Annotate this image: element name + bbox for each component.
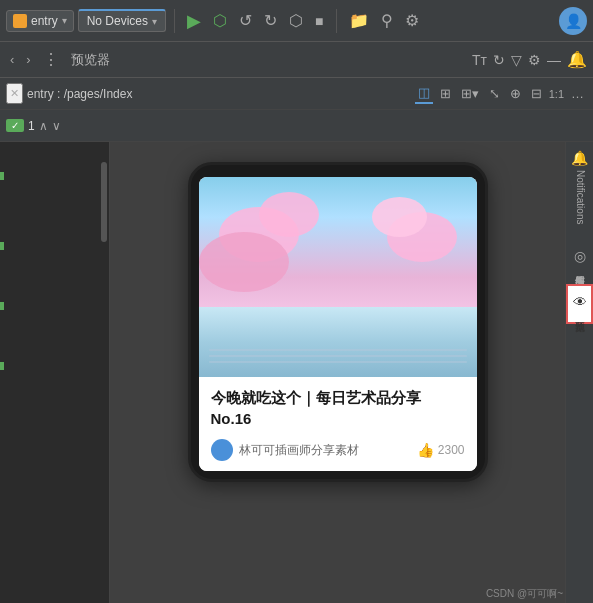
run-button[interactable]: ▶ (183, 6, 205, 36)
debug-button[interactable]: ⬡ (209, 7, 231, 34)
author-avatar (211, 439, 233, 461)
entry-dropdown-arrow: ▾ (62, 15, 67, 26)
resize-icon[interactable]: ⤡ (486, 84, 503, 103)
search-button[interactable]: ⚲ (377, 7, 397, 34)
like-icon: 👍 (417, 442, 434, 458)
green-marker-3 (0, 302, 4, 310)
no-devices-arrow: ▾ (152, 16, 157, 27)
cloud-5 (372, 197, 427, 237)
center-content: 今晚就吃这个｜每日艺术品分享No.16 林可可插画师分享素材 👍 2300 (110, 142, 565, 603)
filter-icon[interactable]: ▽ (511, 52, 522, 68)
second-toolbar: ‹ › ⋮ 预览器 Tт ↻ ▽ ⚙ — 🔔 (0, 42, 593, 78)
preview-panel-item[interactable]: 👁 预览器 (566, 284, 593, 324)
main-area: 今晚就吃这个｜每日艺术品分享No.16 林可可插画师分享素材 👍 2300 (0, 142, 593, 603)
nav-back-button[interactable]: ‹ (6, 50, 18, 69)
second-toolbar-right: Tт ↻ ▽ ⚙ — 🔔 (472, 50, 587, 69)
entry-button[interactable]: entry ▾ (6, 10, 74, 32)
phone-text-area: 今晚就吃这个｜每日艺术品分享No.16 林可可插画师分享素材 👍 2300 (199, 377, 477, 471)
preview-panel-icon: 👁 (573, 294, 587, 310)
no-devices-button[interactable]: No Devices ▾ (78, 9, 166, 32)
zoom-level: 1:1 (549, 88, 564, 100)
layer-icon[interactable]: ◫ (415, 83, 433, 104)
restart-button[interactable]: ↻ (260, 7, 281, 34)
plugin-button[interactable]: ⬡ (285, 7, 307, 34)
reflection-lines (199, 345, 477, 367)
entry-icon (13, 14, 27, 28)
like-area: 👍 2300 (417, 442, 465, 458)
green-marker-2 (0, 242, 4, 250)
author-name: 林可可插画师分享素材 (239, 442, 359, 459)
phone-frame: 今晚就吃这个｜每日艺术品分享No.16 林可可插画师分享素材 👍 2300 (188, 162, 488, 482)
ctrl-down-arrow[interactable]: ∨ (52, 119, 61, 133)
like-count: 2300 (438, 443, 465, 457)
components-panel-item[interactable]: ◎ 应用与服务组件 (566, 240, 593, 276)
ctrl-num: 1 (28, 119, 35, 133)
folder-button[interactable]: 📁 (345, 7, 373, 34)
left-sidebar (0, 142, 110, 603)
zoom-out-icon[interactable]: ⊟ (528, 84, 545, 103)
vertical-scrollbar[interactable] (101, 162, 107, 242)
cloud-2 (259, 192, 319, 237)
profile-icon: 👤 (565, 13, 582, 29)
article-title: 今晚就吃这个｜每日艺术品分享No.16 (211, 387, 465, 429)
close-tab-button[interactable]: ✕ (6, 83, 23, 104)
path-text: entry : /pages/Index (27, 87, 132, 101)
article-meta: 林可可插画师分享素材 👍 2300 (211, 439, 465, 461)
previewer-label: 预览器 (71, 51, 110, 69)
nav-forward-button[interactable]: › (22, 50, 34, 69)
zoom-in-icon[interactable]: ⊕ (507, 84, 524, 103)
grid-dropdown-icon[interactable]: ⊞▾ (458, 84, 482, 103)
notifications-panel-item[interactable]: 🔔 Notifications (566, 142, 593, 232)
notification-bell-icon[interactable]: 🔔 (567, 50, 587, 69)
reflection-line-2 (209, 355, 467, 357)
path-toolbar: ✕ entry : /pages/Index ◫ ⊞ ⊞▾ ⤡ ⊕ ⊟ 1:1 … (0, 78, 593, 110)
reflection-line-3 (209, 361, 467, 363)
phone-content: 今晚就吃这个｜每日艺术品分享No.16 林可可插画师分享素材 👍 2300 (199, 177, 477, 471)
settings-button[interactable]: ⚙ (401, 7, 423, 34)
control-toolbar: ✓ 1 ∧ ∨ (0, 110, 593, 142)
water-reflection (199, 307, 477, 377)
green-marker-4 (0, 362, 4, 370)
refresh-icon[interactable]: ↻ (493, 52, 505, 68)
no-devices-label: No Devices (87, 14, 148, 28)
reflection-line-1 (209, 349, 467, 351)
right-panel: 🔔 Notifications ◎ 应用与服务组件 👁 预览器 (565, 142, 593, 603)
more-path-icon[interactable]: … (568, 84, 587, 103)
font-icon[interactable]: Tт (472, 52, 487, 68)
green-marker-1 (0, 172, 4, 180)
toolbar-separator-2 (336, 9, 337, 33)
path-toolbar-right: ◫ ⊞ ⊞▾ ⤡ ⊕ ⊟ 1:1 … (415, 83, 587, 104)
ctrl-up-arrow[interactable]: ∧ (39, 119, 48, 133)
phone-image (199, 177, 477, 377)
author-info: 林可可插画师分享素材 (211, 439, 359, 461)
notifications-label: Notifications (575, 170, 585, 224)
profile-button[interactable]: 👤 (559, 7, 587, 35)
components-panel-icon: ◎ (574, 248, 586, 264)
more-menu-button[interactable]: ⋮ (39, 48, 63, 71)
minus-icon[interactable]: — (547, 52, 561, 68)
cloud-4 (199, 232, 289, 292)
toolbar-separator-1 (174, 9, 175, 33)
entry-label: entry (31, 14, 58, 28)
line-markers (0, 142, 109, 603)
stop-button[interactable]: ■ (311, 9, 327, 33)
check-badge: ✓ (6, 119, 24, 132)
toolbar-settings-icon[interactable]: ⚙ (528, 52, 541, 68)
top-toolbar: entry ▾ No Devices ▾ ▶ ⬡ ↺ ↻ ⬡ ■ 📁 ⚲ ⚙ 👤 (0, 0, 593, 42)
reload-button[interactable]: ↺ (235, 7, 256, 34)
notifications-panel-icon: 🔔 (571, 150, 588, 166)
layers-icon[interactable]: ⊞ (437, 84, 454, 103)
